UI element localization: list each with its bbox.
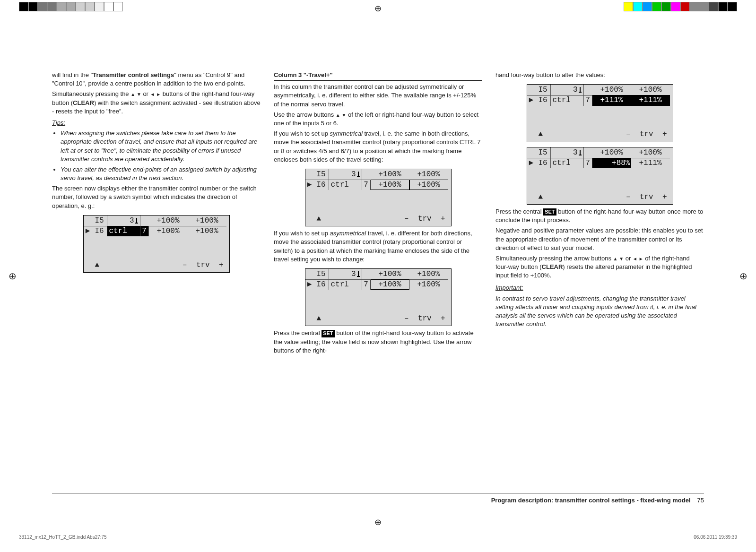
registration-mark-right: ⊕ xyxy=(739,269,747,283)
important-heading: Important: xyxy=(495,284,704,292)
para: If you wish to set up asymmetrical trave… xyxy=(274,229,482,264)
para: Press the central SET button of the righ… xyxy=(495,207,704,224)
lcd-display-4: I5 3 +100%+100% ▶I6 ctrl 7 +111% +111% ▲… xyxy=(527,84,673,142)
para: Simultaneously pressing the ▲ ▼ or ◄ ► b… xyxy=(52,90,261,116)
para: hand four-way button to alter the values… xyxy=(495,71,704,79)
column-1: will find in the "Transmitter control se… xyxy=(52,71,261,495)
lcd-display-2: I5 3 +100%+100% ▶I6 ctrl 7 +100% +100% ▲… xyxy=(305,169,452,226)
tips-list: When assigning the switches please take … xyxy=(52,129,261,182)
set-button-label: SET xyxy=(543,208,556,216)
para: The screen now displays either the trans… xyxy=(52,184,261,210)
tips-heading: Tips: xyxy=(52,119,261,127)
lcd-display-5: I5 3 +100%+100% ▶I6 ctrl 7 +88% +111% ▲–… xyxy=(527,147,673,205)
column-2: Column 3 "-Travel+" In this column the t… xyxy=(274,71,482,495)
page-footer: Program description: transmitter control… xyxy=(52,493,704,505)
tip-item: When assigning the switches please take … xyxy=(61,129,261,164)
registration-mark-left: ⊕ xyxy=(9,269,17,283)
lcd-display-3: I5 3 +100%+100% ▶I6 ctrl 7 +100% +100% ▲… xyxy=(305,268,452,326)
registration-mark-bottom: ⊕ xyxy=(374,517,382,528)
registration-mark-top: ⊕ xyxy=(374,3,382,15)
lcd-display-1: I5 3 +100% +100% ▶ I6 ctrl 7 +100% +100%… xyxy=(83,215,230,273)
para: If you wish to set up symmetrical travel… xyxy=(274,129,482,164)
para: Press the central SET button of the righ… xyxy=(274,329,482,355)
tip-item: You can alter the effective end-points o… xyxy=(61,165,261,182)
print-timestamp: 06.06.2011 19:39:39 xyxy=(694,534,737,541)
column-heading: Column 3 "-Travel+" xyxy=(274,71,482,81)
set-button-label: SET xyxy=(322,330,334,337)
print-footer: 33112_mx12_HoTT_2_GB.indd Abs27:75 06.06… xyxy=(19,534,737,541)
para: will find in the "Transmitter control se… xyxy=(52,71,261,88)
para: In this column the transmitter control c… xyxy=(274,83,482,109)
para: Simultaneously pressing the arrow button… xyxy=(495,254,704,280)
page-body: will find in the "Transmitter control se… xyxy=(52,71,704,495)
column-3: hand four-way button to alter the values… xyxy=(495,71,704,495)
para: Negative and positive parameter values a… xyxy=(495,226,704,252)
para: Use the arrow buttons ▲ ▼ of the left or… xyxy=(274,111,482,128)
important-body: In contrast to servo travel adjustments,… xyxy=(495,294,704,329)
print-file: 33112_mx12_HoTT_2_GB.indd Abs27:75 xyxy=(19,534,107,541)
